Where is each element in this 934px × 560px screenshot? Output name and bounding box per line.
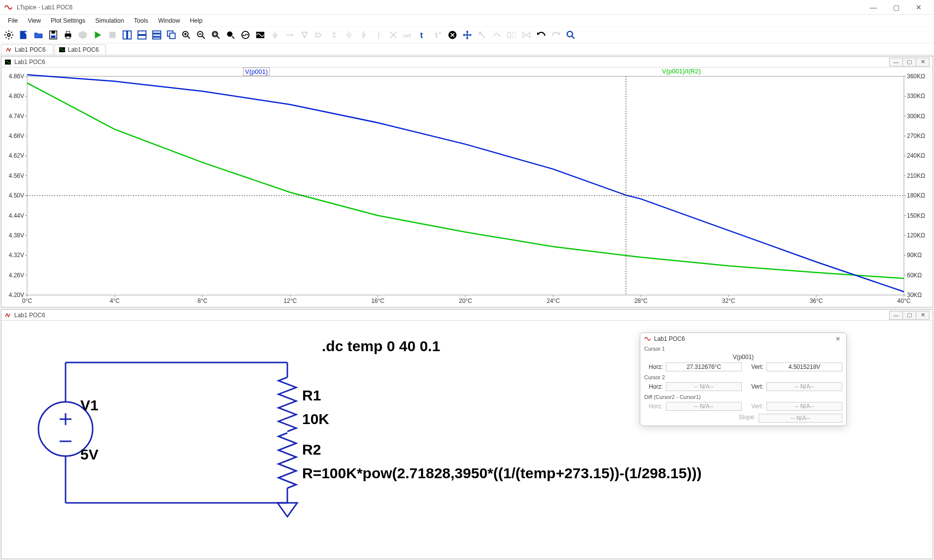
r2-value-label[interactable]: R=100K*pow(2.71828,3950*((1/(temp+273.15…	[302, 465, 701, 482]
text-icon[interactable]: t	[416, 28, 430, 42]
menu-view[interactable]: View	[23, 16, 46, 26]
svg-text:4.38V: 4.38V	[9, 232, 24, 239]
svg-marker-28	[302, 33, 308, 38]
cursor-dialog-title: Lab1 POC6	[654, 335, 833, 342]
schematic-canvas[interactable]: .dc temp 0 40 0.1 V1 5V R1 10K R2 R=100K…	[1, 321, 933, 559]
close-circle-icon[interactable]	[446, 28, 459, 42]
v1-value-label[interactable]: 5V	[80, 446, 99, 463]
zoom-fit-icon[interactable]	[209, 28, 223, 42]
schematic-close-button[interactable]: ✕	[916, 311, 930, 320]
svg-rect-13	[138, 31, 146, 34]
svg-rect-12	[128, 31, 131, 39]
svg-text:270KΩ: 270KΩ	[907, 132, 925, 139]
svg-rect-17	[153, 37, 161, 39]
svg-rect-19	[170, 33, 175, 38]
svg-text:16°C: 16°C	[371, 297, 384, 304]
svg-point-32	[439, 32, 441, 34]
zoom-box-icon[interactable]	[224, 28, 238, 42]
waveform-maximize-button[interactable]: ▢	[902, 58, 916, 66]
menu-tools[interactable]: Tools	[129, 16, 153, 26]
cursor1-horz-label: Horz:	[644, 363, 663, 370]
tab-waveform[interactable]: Lab1 POC6	[54, 44, 106, 55]
svg-text:300KΩ: 300KΩ	[907, 113, 925, 120]
schematic-titlebar[interactable]: Lab1 POC6 — ▢ ✕	[1, 310, 933, 321]
r1-name-label[interactable]: R1	[302, 387, 321, 404]
cursor-diff-section-label: Diff (Cursor2 - Cursor1)	[640, 393, 846, 401]
svg-rect-39	[508, 33, 511, 38]
svg-rect-3	[51, 31, 55, 34]
undo-icon[interactable]	[534, 28, 548, 42]
waveform-minimize-button[interactable]: —	[889, 58, 903, 66]
waveform-svg[interactable]: 4.86V4.80V4.74V4.68V4.62V4.56V4.50V4.44V…	[1, 67, 933, 307]
window-maximize-button[interactable]: ▢	[885, 0, 907, 15]
svg-text:8°C: 8°C	[198, 297, 208, 304]
cursor1-vert-value[interactable]: 4.5015218V	[766, 362, 842, 371]
r1-value-label[interactable]: 10K	[302, 411, 329, 428]
svg-text:4.80V: 4.80V	[9, 93, 24, 99]
slope-label: Slope:	[739, 414, 756, 423]
print-icon[interactable]	[61, 28, 75, 42]
new-schematic-icon[interactable]	[17, 28, 31, 42]
svg-text:4.62V: 4.62V	[9, 152, 24, 159]
waveform-title: Lab1 POC6	[14, 59, 45, 66]
svg-text:330KΩ: 330KΩ	[907, 93, 925, 99]
paste-icon	[475, 28, 489, 42]
menu-plot-settings[interactable]: Plot Settings	[46, 16, 90, 26]
menu-simulation[interactable]: Simulation	[90, 16, 129, 26]
wire-icon	[283, 28, 297, 42]
cursor2-section-label: Cursor 2	[640, 373, 846, 381]
svg-text:20°C: 20°C	[459, 297, 472, 304]
svg-marker-9	[95, 32, 102, 39]
svg-marker-8	[79, 31, 87, 39]
svg-text:40°C: 40°C	[898, 297, 911, 304]
find-icon[interactable]	[564, 28, 578, 42]
run-icon[interactable]	[91, 28, 104, 42]
wfm-toggle-icon[interactable]	[253, 28, 267, 42]
svg-text:t: t	[420, 31, 423, 39]
spice-directive[interactable]: .dc temp 0 40 0.1	[322, 338, 440, 355]
delete-icon	[386, 28, 400, 42]
cursor1-horz-value[interactable]: 27.312676°C	[666, 362, 742, 371]
cursor2-horz-value: -- N/A--	[666, 382, 742, 391]
move-icon[interactable]	[460, 28, 474, 42]
tile-v-icon[interactable]	[135, 28, 149, 42]
inductor-icon	[372, 28, 385, 42]
schematic-maximize-button[interactable]: ▢	[902, 311, 916, 320]
menu-file[interactable]: File	[3, 16, 23, 26]
app-logo-icon	[4, 3, 13, 12]
svg-marker-131	[277, 503, 297, 517]
window-minimize-button[interactable]: —	[862, 0, 885, 15]
settings-gear-icon[interactable]	[2, 28, 16, 42]
tile-3-icon[interactable]	[150, 28, 164, 42]
v1-name-label[interactable]: V1	[80, 397, 99, 414]
r2-name-label[interactable]: R2	[302, 441, 321, 458]
waveform-titlebar[interactable]: Lab1 POC6 — ▢ ✕	[1, 57, 933, 67]
tab-schematic[interactable]: Lab1 POC6	[1, 44, 53, 55]
window-close-button[interactable]: ✕	[907, 0, 930, 15]
svg-marker-36	[463, 33, 465, 36]
diff-vert-value: -- N/A--	[766, 402, 842, 411]
slope-value: -- N/A--	[759, 414, 842, 423]
save-icon[interactable]	[46, 28, 60, 42]
zoom-in-icon[interactable]	[179, 28, 193, 42]
svg-text:90KΩ: 90KΩ	[907, 252, 922, 259]
waveform-small-icon	[4, 59, 11, 66]
zoom-out-icon[interactable]	[194, 28, 208, 42]
cursor-dialog-close-button[interactable]: ✕	[833, 335, 842, 342]
tile-h-icon[interactable]	[120, 28, 134, 42]
open-folder-icon[interactable]	[32, 28, 45, 42]
svg-text:4.50V: 4.50V	[9, 192, 24, 199]
schematic-minimize-button[interactable]: —	[889, 311, 903, 320]
cascade-icon[interactable]	[165, 28, 178, 42]
menu-help[interactable]: Help	[185, 16, 208, 26]
svg-point-24	[227, 32, 233, 37]
waveform-close-button[interactable]: ✕	[916, 58, 930, 66]
tab-schematic-label: Lab1 POC6	[15, 46, 46, 53]
waveform-plot-area[interactable]: V(p001) V(p001)/I(R2) 4.86V4.80V4.74V4.6…	[1, 67, 933, 307]
menu-window[interactable]: Window	[153, 16, 185, 26]
cursor-dialog-header[interactable]: Lab1 POC6 ✕	[640, 333, 846, 345]
cursor-readout-dialog[interactable]: Lab1 POC6 ✕ Cursor 1 V(p001) Horz: 27.31…	[640, 332, 847, 426]
autoscale-icon[interactable]	[239, 28, 252, 42]
svg-text:net: net	[404, 33, 412, 38]
schematic-small-icon	[4, 312, 11, 319]
